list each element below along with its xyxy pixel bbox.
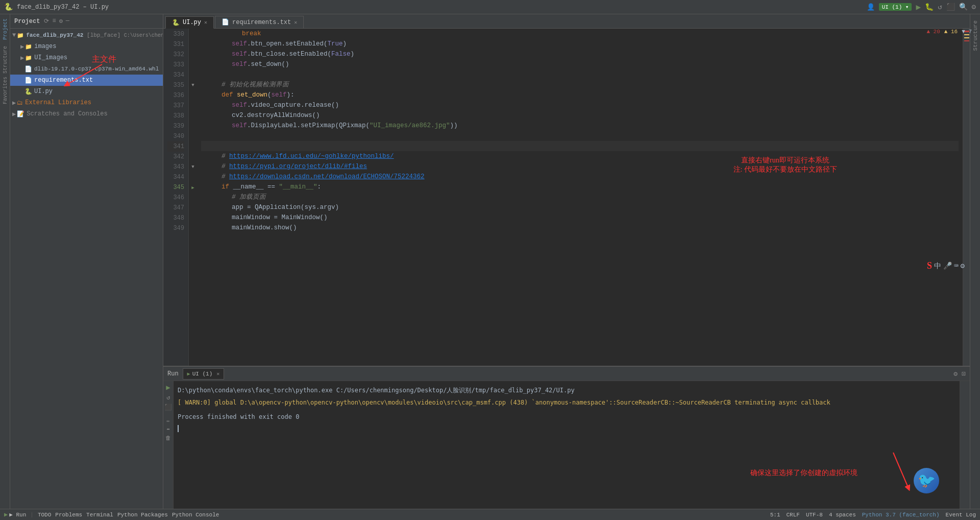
venv-arrow: [842, 447, 919, 499]
root-folder-icon: 📁: [17, 32, 24, 39]
tab-ui-py[interactable]: 🐍 UI.py ✕: [165, 16, 214, 29]
ui-py-tab-icon: 🐍: [172, 19, 180, 27]
status-indent[interactable]: 4 spaces: [829, 512, 856, 518]
close-panel-icon[interactable]: —: [66, 17, 69, 25]
top-icon-ui-selector[interactable]: UI (1) ▾: [879, 3, 912, 11]
gear-icon-top[interactable]: ⚙: [972, 3, 976, 11]
project-panel: Project ⟳ ≡ ⚙ — 主文件: [10, 14, 163, 509]
status-terminal[interactable]: Terminal: [86, 512, 113, 518]
status-position: 5:1: [770, 512, 780, 518]
status-todo[interactable]: TODO: [38, 512, 51, 518]
status-crlf[interactable]: CRLF: [787, 512, 800, 518]
fold-column: ▼ ▼ ▶: [189, 29, 197, 366]
run-tab-close[interactable]: ✕: [216, 371, 219, 377]
venv-annotation: 确保这里选择了你创建的虚拟环境: [750, 468, 857, 478]
warn-indicator-2: [964, 37, 969, 38]
tab-requirements[interactable]: 📄 requirements.txt ✕: [215, 16, 304, 28]
run-tab-ui[interactable]: ▶ UI (1) ✕: [183, 368, 225, 380]
structure-label[interactable]: Structure: [971, 18, 979, 53]
ext-libs-icon: 🗂: [17, 99, 23, 107]
rerun-button-top[interactable]: ↺: [938, 3, 942, 11]
status-problems[interactable]: Problems: [55, 512, 82, 518]
rerun-icon[interactable]: ↺: [166, 394, 170, 401]
git-indicator[interactable]: ▼ 7: [962, 29, 970, 35]
output-command: D:\python\conda\envs\face_torch\python.e…: [178, 385, 955, 395]
code-line-337: self.video_capture.release(): [201, 100, 959, 110]
decorative-bird-icon: 🐦: [914, 468, 939, 493]
output-warn: [ WARN:0] global D:\a\opencv-python\open…: [178, 397, 955, 408]
run-tab-label: UI (1): [192, 371, 213, 377]
tree-item-requirements[interactable]: 📄 requirements.txt: [10, 75, 163, 86]
status-python-packages[interactable]: Python Packages: [117, 512, 168, 518]
code-line-331: self.btn_open.setEnabled(True): [201, 39, 959, 49]
req-tab-close[interactable]: ✕: [294, 19, 297, 26]
run-icon[interactable]: ▶: [166, 383, 170, 392]
search-icon-top[interactable]: 🔍: [959, 3, 968, 11]
code-line-339: self.DisplayLabel.setPixmap(QPixmap("UI_…: [201, 121, 959, 131]
structure-sidebar: Structure: [970, 14, 980, 509]
svg-line-1: [893, 453, 909, 488]
tree-item-whl[interactable]: 📄 dlib-19.17.0-cp37-cp37m-win_amd64.whl: [10, 63, 163, 75]
run-edit-icon[interactable]: ✏: [166, 417, 170, 424]
status-encoding[interactable]: UTF-8: [806, 512, 823, 518]
code-line-346: # 加载页面: [201, 192, 959, 202]
sync-icon[interactable]: ⟳: [44, 17, 49, 25]
code-content[interactable]: break self.btn_open.setEnabled(True) sel…: [197, 29, 963, 366]
project-title: Project: [14, 18, 40, 25]
main-file-annotation: 主文件: [92, 54, 116, 65]
run-maximize-icon[interactable]: ⊡: [962, 370, 966, 378]
status-bar: ▶ ▶ Run | TODO Problems Terminal Python …: [0, 509, 980, 520]
title-bar: 🐍 face_dlib_py37_42 – UI.py 👤 UI (1) ▾ ▶…: [0, 0, 980, 14]
debug-button-top[interactable]: 🐛: [925, 3, 934, 11]
stop-icon[interactable]: ⬛: [164, 404, 172, 411]
stop-button-top[interactable]: ⬛: [946, 3, 955, 11]
code-editor: 330 331 332 333 334 335 336 337 338 339 …: [163, 29, 970, 366]
run-settings-icon[interactable]: ⚙: [953, 370, 958, 378]
tree-item-images[interactable]: ▶ 📁 images: [10, 41, 163, 52]
code-line-336: def set_down(self):: [201, 90, 959, 100]
run-wrap-icon[interactable]: ⬌: [166, 426, 170, 433]
left-icon-structure[interactable]: Structure: [1, 47, 10, 73]
ui-py-tab-label: UI.py: [183, 19, 201, 26]
status-run[interactable]: ▶ ▶ Run: [4, 511, 26, 518]
left-icon-favorites[interactable]: Favorites: [1, 78, 10, 103]
tree-item-ext-libs[interactable]: ▶ 🗂 External Libraries: [10, 97, 163, 108]
status-python-console[interactable]: Python Console: [172, 512, 219, 518]
title-text: face_dlib_py37_42 – UI.py: [17, 4, 109, 11]
project-panel-header: Project ⟳ ≡ ⚙ —: [10, 14, 163, 29]
ext-libs-label: External Libraries: [25, 99, 91, 106]
run-clear-icon[interactable]: 🗑: [165, 435, 171, 441]
requirements-label: requirements.txt: [34, 77, 93, 84]
images-label: images: [34, 43, 56, 50]
code-line-333: self.set_down(): [201, 59, 959, 69]
editor-scrollbar-indicators: [963, 29, 970, 366]
settings-icon[interactable]: ⚙: [59, 17, 63, 25]
tree-root-label: face_dlib_py37_42 [lbp_face] C:\Users\ch…: [26, 32, 163, 38]
run-button-top[interactable]: ▶: [916, 2, 921, 12]
output-finish: Process finished with exit code 0: [178, 412, 955, 422]
left-icon-project[interactable]: Project: [1, 16, 10, 42]
ui-images-folder-icon: 📁: [25, 55, 32, 61]
tree-item-ui-py[interactable]: 🐍 UI.py: [10, 86, 163, 97]
collapse-icon[interactable]: ≡: [52, 17, 56, 25]
code-line-348: mainWindow = MainWindow(): [201, 212, 959, 223]
warning-count[interactable]: ▲ 16: [944, 29, 958, 35]
error-count[interactable]: ▲ 20: [926, 29, 940, 35]
tree-item-ui-images[interactable]: ▶ 📁 UI_images: [10, 52, 163, 63]
status-event-log[interactable]: Event Log: [946, 512, 976, 518]
run-side-icons: ▶ ↺ ⬛ ✏ ⬌ 🗑: [163, 381, 174, 509]
run-tab-icon: ▶: [187, 371, 190, 377]
ui-py-tab-close[interactable]: ✕: [204, 19, 207, 26]
code-line-335: # 初始化视频检测界面: [201, 80, 959, 90]
code-line-340: [201, 131, 959, 141]
requirements-icon: 📄: [24, 77, 32, 84]
tree-item-scratches[interactable]: ▶ 📝 Scratches and Consoles: [10, 108, 163, 120]
ui-images-label: UI_images: [34, 54, 67, 61]
tree-root[interactable]: ▼ 📁 face_dlib_py37_42 [lbp_face] C:\User…: [10, 30, 163, 41]
top-icon-profile[interactable]: 👤: [867, 3, 875, 11]
run-right-icons: [960, 381, 970, 509]
status-python-version[interactable]: Python 3.7 (face_torch): [862, 512, 940, 518]
project-header-icons: ⟳ ≡ ⚙ —: [44, 17, 69, 25]
run-header: Run ▶ UI (1) ✕ ⚙ ⊡: [163, 367, 970, 381]
error-indicator-2: [964, 40, 969, 41]
